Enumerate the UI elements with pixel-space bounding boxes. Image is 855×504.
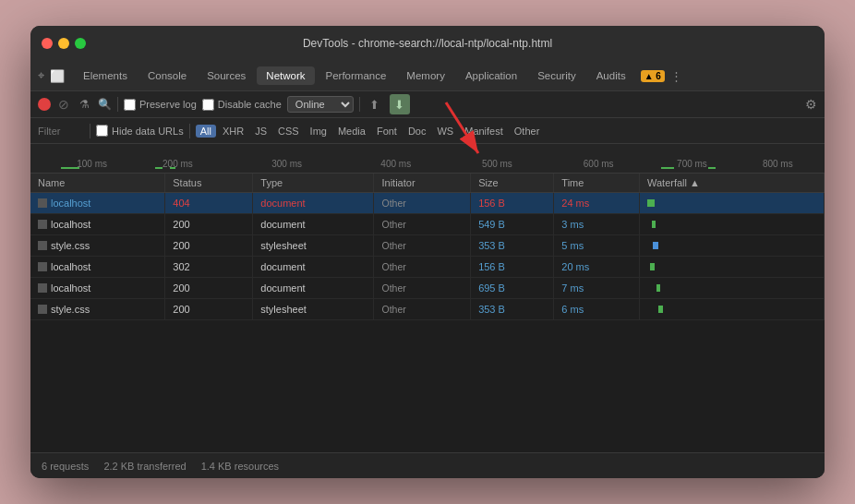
timeline-bar-2 bbox=[155, 167, 163, 169]
filter-all[interactable]: All bbox=[196, 125, 216, 138]
cell-size: 353 B bbox=[471, 299, 554, 320]
filter-xhr[interactable]: XHR bbox=[218, 125, 248, 138]
divider1 bbox=[117, 97, 118, 112]
col-name[interactable]: Name bbox=[30, 174, 165, 193]
tab-memory[interactable]: Memory bbox=[397, 66, 454, 85]
cell-status: 200 bbox=[165, 278, 253, 299]
more-options-icon[interactable]: ⋮ bbox=[670, 69, 682, 83]
network-table[interactable]: Name Status Type Initiator Size Time Wat… bbox=[30, 174, 825, 452]
tab-sources[interactable]: Sources bbox=[198, 66, 255, 85]
filter-icon[interactable]: ⚗ bbox=[77, 97, 91, 112]
cell-name: style.css bbox=[30, 299, 165, 320]
warning-badge[interactable]: ▲ 6 bbox=[641, 70, 665, 82]
filter-js[interactable]: JS bbox=[250, 125, 271, 138]
filter-doc[interactable]: Doc bbox=[403, 125, 431, 138]
filter-media[interactable]: Media bbox=[333, 125, 370, 138]
col-type[interactable]: Type bbox=[253, 174, 374, 193]
timeline-header: 100 ms 200 ms 300 ms 400 ms 500 ms 600 m… bbox=[30, 144, 825, 174]
filter-types: All XHR JS CSS Img Media Font Doc WS Man… bbox=[196, 125, 545, 138]
cell-type: stylesheet bbox=[253, 299, 374, 320]
cell-time: 20 ms bbox=[554, 257, 640, 278]
col-size[interactable]: Size bbox=[471, 174, 554, 193]
cell-waterfall bbox=[640, 235, 825, 257]
upload-icon[interactable]: ⬆ bbox=[366, 95, 384, 114]
cell-type: document bbox=[253, 278, 374, 299]
timeline-bar-5 bbox=[708, 167, 716, 169]
table-row[interactable]: localhost 200 document Other 695 B 7 ms bbox=[30, 278, 825, 299]
traffic-lights bbox=[42, 38, 86, 49]
file-icon bbox=[38, 262, 47, 271]
divider2 bbox=[359, 97, 360, 112]
tick-100ms: 100 ms bbox=[77, 159, 107, 169]
cell-time: 24 ms bbox=[554, 193, 640, 214]
file-icon bbox=[38, 198, 47, 208]
close-button[interactable] bbox=[42, 38, 53, 49]
cell-size: 156 B bbox=[471, 257, 554, 278]
cell-size: 549 B bbox=[471, 214, 554, 235]
waterfall-bar bbox=[658, 306, 663, 313]
table-row[interactable]: style.css 200 stylesheet Other 353 B 5 m… bbox=[30, 235, 825, 257]
window-title: DevTools - chrome-search://local-ntp/loc… bbox=[303, 37, 552, 50]
cell-waterfall bbox=[640, 214, 825, 235]
tab-audits[interactable]: Audits bbox=[587, 66, 635, 85]
titlebar: DevTools - chrome-search://local-ntp/loc… bbox=[30, 26, 825, 61]
tab-application[interactable]: Application bbox=[456, 66, 526, 85]
file-icon bbox=[38, 305, 47, 314]
col-time[interactable]: Time bbox=[554, 174, 640, 193]
table-row[interactable]: localhost 200 document Other 549 B 3 ms bbox=[30, 214, 825, 235]
tab-performance[interactable]: Performance bbox=[317, 66, 396, 85]
stop-button[interactable]: ⊘ bbox=[56, 97, 71, 112]
tab-network[interactable]: Network bbox=[257, 66, 314, 85]
requests-count: 6 requests bbox=[42, 461, 89, 472]
settings-icon[interactable]: ⚙ bbox=[805, 97, 817, 112]
tick-600ms: 600 ms bbox=[584, 159, 614, 169]
toolbar: ⊘ ⚗ 🔍 Preserve log Disable cache Online … bbox=[30, 90, 825, 118]
waterfall-bar bbox=[653, 242, 658, 249]
cell-size: 156 B bbox=[471, 193, 554, 214]
online-select[interactable]: Online Offline Slow 3G Fast 3G bbox=[287, 96, 354, 113]
col-initiator[interactable]: Initiator bbox=[374, 174, 471, 193]
cell-waterfall bbox=[640, 257, 825, 278]
col-status[interactable]: Status bbox=[165, 174, 253, 193]
waterfall-bar bbox=[650, 263, 655, 270]
cell-initiator: Other bbox=[374, 235, 471, 257]
cell-type: document bbox=[253, 257, 374, 278]
waterfall-bar bbox=[652, 221, 656, 228]
cell-status: 404 bbox=[165, 193, 253, 214]
disable-cache-checkbox[interactable]: Disable cache bbox=[202, 99, 282, 111]
tab-security[interactable]: Security bbox=[528, 66, 585, 85]
filter-divider2 bbox=[189, 124, 190, 138]
filter-ws[interactable]: WS bbox=[432, 125, 458, 138]
tab-elements[interactable]: Elements bbox=[74, 66, 137, 85]
col-waterfall[interactable]: Waterfall ▲ bbox=[640, 174, 825, 193]
tick-700ms: 700 ms bbox=[677, 159, 707, 169]
resources-size: 1.4 KB resources bbox=[201, 461, 279, 472]
cell-type: stylesheet bbox=[253, 235, 374, 257]
cell-status: 302 bbox=[165, 257, 253, 278]
file-icon bbox=[38, 220, 47, 229]
table-row[interactable]: style.css 200 stylesheet Other 353 B 6 m… bbox=[30, 299, 825, 320]
preserve-log-checkbox[interactable]: Preserve log bbox=[124, 99, 197, 111]
tab-console[interactable]: Console bbox=[138, 66, 196, 85]
filter-other[interactable]: Other bbox=[510, 125, 545, 138]
cell-initiator: Other bbox=[374, 193, 471, 214]
pointer-icon[interactable]: ⌖ bbox=[38, 68, 44, 83]
cell-waterfall bbox=[640, 299, 825, 320]
device-icon[interactable]: ⬜ bbox=[50, 69, 65, 83]
filter-divider bbox=[90, 124, 90, 138]
table-row[interactable]: localhost 302 document Other 156 B 20 ms bbox=[30, 257, 825, 278]
filter-manifest[interactable]: Manifest bbox=[460, 125, 508, 138]
cell-status: 200 bbox=[165, 299, 253, 320]
table-row[interactable]: localhost 404 document Other 156 B 24 ms bbox=[30, 193, 825, 214]
hide-data-urls-checkbox[interactable]: Hide data URLs bbox=[96, 125, 184, 137]
filter-bar: Hide data URLs All XHR JS CSS Img Media … bbox=[30, 118, 825, 144]
download-icon[interactable]: ⬇ bbox=[390, 94, 410, 114]
filter-input[interactable] bbox=[38, 126, 84, 137]
record-button[interactable] bbox=[38, 98, 51, 111]
minimize-button[interactable] bbox=[58, 38, 69, 49]
filter-font[interactable]: Font bbox=[372, 125, 402, 138]
maximize-button[interactable] bbox=[75, 38, 86, 49]
filter-img[interactable]: Img bbox=[306, 125, 331, 138]
filter-css[interactable]: CSS bbox=[273, 125, 304, 138]
search-icon[interactable]: 🔍 bbox=[97, 97, 112, 112]
